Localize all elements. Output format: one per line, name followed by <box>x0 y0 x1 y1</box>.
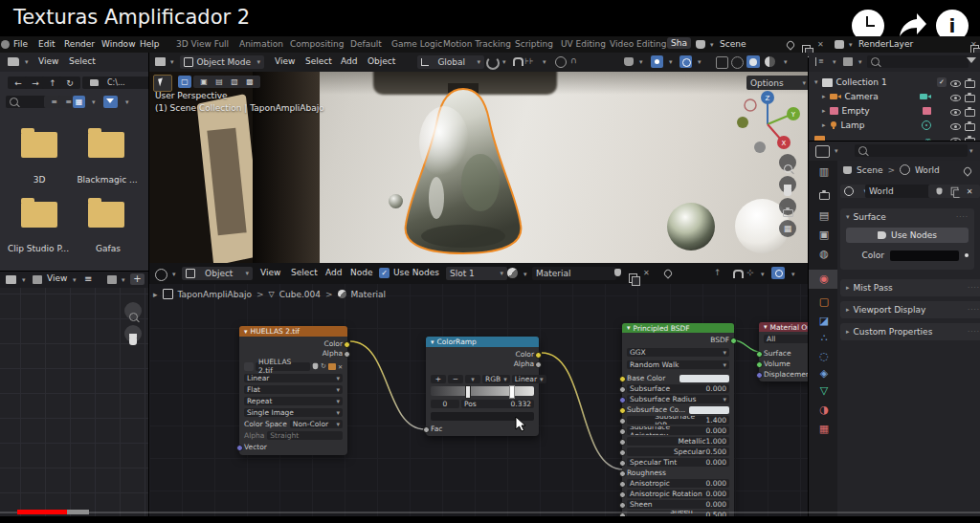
viewport-grid-button[interactable]: ▦ <box>779 220 796 237</box>
overlays-chevron-icon[interactable]: ▾ <box>698 58 702 66</box>
custom-properties-panel[interactable]: ▸Custom Properties ···· <box>840 323 980 340</box>
select-mode-intersect-button[interactable]: ▩ <box>239 76 260 88</box>
render-layer-close-icon[interactable]: ✕ <box>970 40 977 49</box>
viewport-editor-chevron-icon[interactable]: ▾ <box>170 58 174 66</box>
reference-image[interactable] <box>149 72 320 263</box>
snap-target-icon[interactable] <box>486 56 500 70</box>
tab-texture-icon[interactable]: ▦ <box>816 422 832 437</box>
small-sphere-object[interactable] <box>389 194 403 208</box>
material-slot-selector[interactable]: Slot 1▾ <box>446 267 507 280</box>
breadcrumb-material[interactable]: Material <box>351 290 387 299</box>
fake-user-shield-icon[interactable] <box>614 269 621 276</box>
snap-magnet-icon[interactable] <box>513 57 523 66</box>
show-overlays-toggle[interactable] <box>679 55 692 68</box>
output-target-dropdown[interactable]: All <box>764 335 808 343</box>
world-unlink-button[interactable]: ✕ <box>959 185 980 198</box>
render-visibility-icon[interactable] <box>965 136 975 142</box>
image-editor-type-icon[interactable] <box>6 275 16 284</box>
workspace-tab-animation[interactable]: Animation <box>239 39 283 49</box>
folder-label[interactable]: Gafas <box>75 244 142 253</box>
node-menu-view[interactable]: View <box>260 268 280 277</box>
scene-close-icon[interactable]: ✕ <box>817 40 824 49</box>
tab-particles-icon[interactable]: ∴ <box>816 331 832 346</box>
video-progress-track[interactable] <box>0 512 980 513</box>
file-browser-editor-icon[interactable] <box>8 57 19 66</box>
tab-material-icon[interactable]: ◑ <box>816 403 832 418</box>
socket-color-output[interactable] <box>344 341 350 348</box>
outliner-funnel-icon[interactable] <box>967 57 976 63</box>
proportional-edit-icon[interactable] <box>555 56 567 68</box>
folder-label[interactable]: 3D <box>6 175 73 185</box>
world-color-swatch[interactable] <box>890 251 959 261</box>
viewport-editor-type-icon[interactable] <box>155 57 166 66</box>
nav-refresh-button[interactable]: ↻ <box>59 76 80 89</box>
panel-grip-icon[interactable]: ···· <box>968 328 980 336</box>
tab-scene-icon[interactable]: ◍ <box>816 247 832 262</box>
go-to-parent-icon[interactable]: ↑ <box>714 268 722 277</box>
socket-vector-input[interactable] <box>236 445 243 451</box>
folder-label[interactable]: Blackmagic ... <box>73 175 142 185</box>
tab-tool-icon[interactable]: ▥ <box>816 164 832 180</box>
knob-object[interactable] <box>381 83 544 257</box>
chrome-sphere-object[interactable] <box>667 203 715 251</box>
menu-help[interactable]: Help <box>140 39 160 49</box>
select-mode-new-button[interactable]: ▢ <box>178 76 191 88</box>
shading-chevron-icon[interactable]: ▾ <box>784 58 788 66</box>
gizmo-z-neg[interactable] <box>754 142 766 153</box>
ramp-stop-handle-active[interactable] <box>465 385 471 399</box>
subsurface-radius-dropdown[interactable]: Subsurface Radius▾ <box>627 395 729 403</box>
hide-eye-icon[interactable] <box>950 93 961 101</box>
material-datablock-icon[interactable] <box>507 268 518 278</box>
tab-modifiers-icon[interactable]: ◪ <box>816 314 832 329</box>
display-mode-chevron-icon[interactable]: ▾ <box>92 98 96 106</box>
panel-grip-icon[interactable]: ···· <box>968 284 980 292</box>
image-editor-menu-view[interactable]: View <box>47 273 67 283</box>
workspace-tab-compositing[interactable]: Compositing <box>290 39 344 49</box>
workspace-tab-scripting[interactable]: Scripting <box>515 39 553 49</box>
tab-object-icon[interactable]: ▢ <box>816 294 832 310</box>
outliner-row-collection[interactable]: ▾ Collection 1 ✓ <box>814 76 975 89</box>
color-mode-dropdown[interactable]: RGB▾ <box>482 375 510 383</box>
ramp-stop-handle[interactable] <box>509 385 515 399</box>
subsurface-anisotropy-slider[interactable]: Subsurface Anisotropy0.000 <box>627 426 729 435</box>
socket-bsdf-output[interactable] <box>730 338 737 344</box>
transform-orientation-selector[interactable]: Global▾ <box>417 55 484 69</box>
node-snap-magnet-icon[interactable] <box>733 270 744 278</box>
workspace-tab-default[interactable]: Default <box>350 39 382 49</box>
extension-dropdown[interactable]: Repeat▾ <box>244 397 343 405</box>
image-pan-button[interactable] <box>124 325 142 342</box>
socket-displacement-input[interactable] <box>756 372 763 379</box>
outliner-mode-chevron-icon[interactable]: ▾ <box>833 58 836 66</box>
sheen-slider[interactable]: Sheen0.000 <box>627 500 729 509</box>
menu-file[interactable]: File <box>13 39 28 49</box>
file-browser-menu-view[interactable]: View <box>38 56 58 66</box>
color-ramp-gradient[interactable] <box>431 386 534 396</box>
visibility-chevron-icon[interactable]: ▾ <box>639 58 643 66</box>
viewport-menu-object[interactable]: Object <box>368 56 395 66</box>
file-browser-menu-select[interactable]: Select <box>69 56 96 66</box>
projection-dropdown[interactable]: Flat▾ <box>244 385 343 394</box>
node-image-texture[interactable]: ▾HUELLAS 2.tif Color Alpha HUELLAS 2.tif… <box>239 326 347 455</box>
collection-name[interactable]: Collection 1 <box>836 77 887 87</box>
workspace-tab-video-editing[interactable]: Video Editing <box>610 39 666 49</box>
material-copy-icon[interactable] <box>629 273 637 283</box>
image-datablock-icon[interactable] <box>107 275 117 284</box>
stop-index-field[interactable]: 0 <box>431 400 459 408</box>
alpha-mode-dropdown[interactable]: Straight <box>267 431 343 440</box>
expand-icon[interactable]: ▸ <box>822 121 826 129</box>
source-dropdown[interactable]: Single Image▾ <box>244 408 343 417</box>
workspace-tab-uv-editing[interactable]: UV Editing <box>561 39 606 49</box>
node-menu-select[interactable]: Select <box>291 268 318 277</box>
socket-alpha-output[interactable] <box>344 351 350 358</box>
image-zoom-button[interactable] <box>124 302 142 319</box>
tab-constraints-icon[interactable]: ◈ <box>816 366 832 381</box>
remove-stop-button[interactable]: − <box>448 375 463 383</box>
render-layer-chevron-icon[interactable]: ▾ <box>849 41 853 49</box>
sss-method-dropdown[interactable]: Random Walk▾ <box>627 360 729 369</box>
workspace-tab-motion-tracking[interactable]: Motion Tracking <box>443 39 511 49</box>
filter-toggle-button[interactable] <box>103 96 118 108</box>
scene-datablock-icon[interactable] <box>696 40 705 49</box>
base-color-swatch[interactable] <box>679 375 729 382</box>
viewport-zoom-button[interactable] <box>779 154 796 171</box>
out liner-row-empty[interactable]: ▸ Empty <box>822 104 975 118</box>
